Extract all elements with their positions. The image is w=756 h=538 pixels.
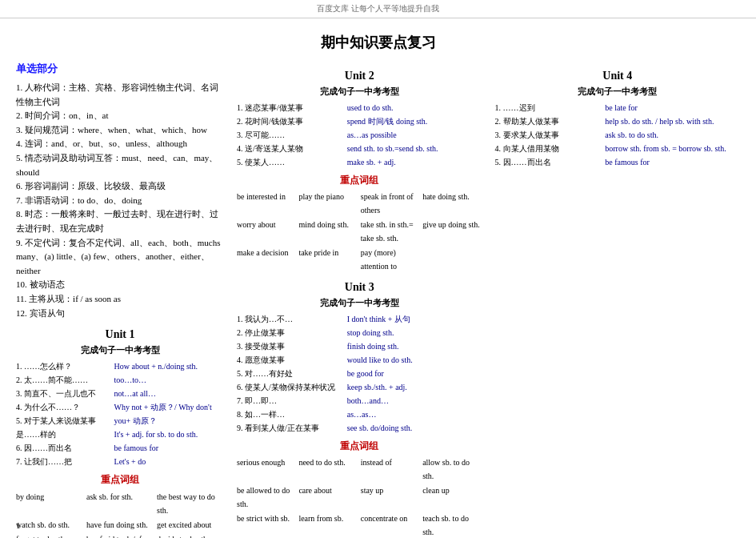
u3-cn-9: 9. 看到某人做/正在某事: [237, 421, 341, 435]
phrase: hate doing sth.: [422, 190, 482, 217]
list-item: 3. 疑问规范词：where、when、what、which、how: [16, 123, 224, 138]
list-item: 6. 形容词副词：原级、比较级、最高级: [16, 179, 224, 194]
u3-cn-5: 5. 对……有好处: [237, 367, 341, 380]
u4-pat-4: borrow sth. from sb. = borrow sb. sth.: [605, 142, 740, 155]
u3-cn-4: 4. 愿意做某事: [237, 353, 341, 367]
page-title: 期中知识要点复习: [16, 33, 740, 52]
list-item: 1. 人称代词：主格、宾格、形容词性物主代词、名词性物主代词: [16, 81, 224, 109]
unit3-sentences: 1. 我认为…不… 2. 停止做某事 3. 接受做某事 4. 愿意做某事 5. …: [237, 312, 482, 435]
u2-cn-1: 1. 迷恋某事/做某事: [237, 101, 341, 114]
unit1-cn-7: 7. 让我们……把: [16, 455, 108, 468]
u2-pat-4: send sth. to sb.=send sb. sth.: [347, 142, 482, 155]
unit4-subtitle: 完成句子一中考考型: [495, 86, 741, 98]
u2-cn-3: 3. 尽可能……: [237, 128, 341, 142]
list-item: 10. 被动语态: [16, 278, 224, 292]
unit1-title: Unit 1: [16, 328, 224, 341]
phrase: be interested in: [237, 190, 296, 217]
phrase: stay up: [361, 484, 420, 511]
phrase: need to do sth.: [298, 456, 358, 483]
phrase: worry about: [237, 218, 296, 245]
u2-pat-3: as…as possible: [347, 128, 482, 142]
list-item: 4. 连词：and、or、but、so、unless、although: [16, 137, 224, 151]
phrase: teach sb. to do sth.: [422, 512, 482, 538]
phrase: have fun doing sth.: [86, 518, 154, 532]
phrase: care about: [298, 484, 358, 511]
list-item: 11. 主将从现：if / as soon as: [16, 292, 224, 307]
u2-pat-5: make sb. + adj.: [347, 155, 482, 169]
unit2-phrases-grid: be interested in play the piano speak in…: [237, 190, 482, 273]
u4-cn-2: 2. 帮助某人做某事: [495, 114, 599, 128]
phrase: serious enough: [237, 456, 296, 483]
unit1-pat-5: It's + adj. for sb. to do sth.: [114, 428, 224, 441]
u3-pat-6: keep sb./sth. + adj.: [347, 380, 482, 394]
u3-pat-9: see sb. do/doing sth.: [347, 421, 482, 435]
unit2-keyphrases-title: 重点词组: [237, 174, 482, 187]
u4-pat-2: help sb. do sth. / help sb. with sth.: [605, 114, 740, 128]
section-title: 单选部分: [16, 62, 224, 76]
unit4-patterns: be late for help sb. do sth. / help sb. …: [605, 101, 740, 169]
left-column: 单选部分 1. 人称代词：主格、宾格、形容词性物主代词、名词性物主代词 2. 时…: [16, 62, 224, 538]
u4-cn-1: 1. ……迟到: [495, 101, 599, 114]
unit1-subtitle: 完成句子一中考考型: [16, 344, 224, 356]
unit3-patterns: I don't think + 从句 stop doing sth. finis…: [347, 312, 482, 435]
unit2-sentences-cn: 1. 迷恋某事/做某事 2. 花时间/钱做某事 3. 尽可能…… 4. 送/寄送…: [237, 101, 341, 169]
unit4-sentences-cn: 1. ……迟到 2. 帮助某人做某事 3. 要求某人做某事 4. 向某人借用某物…: [495, 101, 599, 169]
u3-pat-7: both…and…: [347, 394, 482, 408]
phrase: concentrate on: [361, 512, 420, 538]
u3-pat-5: be good for: [347, 367, 482, 380]
unit2-patterns: used to do sth. spend 时间/钱 doing sth. as…: [347, 101, 482, 169]
phrase: learn from sb.: [298, 512, 358, 538]
u4-pat-1: be late for: [605, 101, 740, 114]
u3-pat-2: stop doing sth.: [347, 326, 482, 339]
list-item: 7. 非谓语动词：to do、do、doing: [16, 194, 224, 208]
phrase: watch sb. do sth.: [16, 518, 83, 532]
u3-cn-7: 7. 即…即…: [237, 394, 341, 408]
unit1-phrases-grid: by doing ask sb. for sth. the best way t…: [16, 490, 224, 538]
unit1-cn-1: 1. ……怎么样？: [16, 359, 108, 373]
unit1-pat-3: not…at all…: [114, 387, 224, 400]
unit2-subtitle: 完成句子一中考考型: [237, 86, 482, 98]
phrase: be strict with sb.: [237, 512, 296, 538]
phrase: allow sb. to do sth.: [422, 456, 482, 483]
unit1-cn-4: 4. 为什么不……？: [16, 400, 108, 414]
unit4-sentences: 1. ……迟到 2. 帮助某人做某事 3. 要求某人做某事 4. 向某人借用某物…: [495, 101, 741, 169]
u4-pat-5: be famous for: [605, 155, 740, 169]
list-item: 5. 情态动词及助动词互答：must、need、can、may、should: [16, 151, 224, 179]
phrase: pay (more) attention to: [361, 246, 420, 273]
phrase: play the piano: [298, 190, 358, 217]
unit1-cn-2: 2. 太……简不能……: [16, 373, 108, 387]
unit1-sentences-cn: 1. ……怎么样？ 2. 太……简不能…… 3. 简直不、一点儿也不 4. 为什…: [16, 359, 108, 468]
u4-cn-4: 4. 向某人借用某物: [495, 142, 599, 155]
list-item: 12. 宾语从句: [16, 307, 224, 321]
phrase: take sth. in sth.= take sb. sth.: [361, 218, 420, 245]
u2-cn-2: 2. 花时间/钱做某事: [237, 114, 341, 128]
phrase: decide to do sth.: [157, 532, 224, 538]
unit1-pat-4: Why not + 动原？/ Why don't you+ 动原？: [114, 400, 224, 428]
phrase: make a decision: [237, 246, 296, 273]
unit1-pat-7: Let's + do: [114, 455, 224, 468]
phrase: by doing: [16, 490, 83, 517]
unit2-title: Unit 2: [237, 70, 482, 82]
u3-cn-8: 8. 如…一样…: [237, 408, 341, 421]
unit1-patterns: How about + n./doing sth. too…to… not…at…: [114, 359, 224, 468]
phrase: instead of: [361, 456, 420, 483]
u2-cn-4: 4. 送/寄送某人某物: [237, 142, 341, 155]
u2-pat-2: spend 时间/钱 doing sth.: [347, 114, 482, 128]
phrase: mind doing sth.: [298, 218, 358, 245]
unit3-phrases-grid: serious enough need to do sth. instead o…: [237, 456, 482, 538]
phrase: be allowed to do sth.: [237, 484, 296, 511]
list-item: 2. 时间介词：on、in、at: [16, 109, 224, 123]
unit1-cn-3: 3. 简直不、一点儿也不: [16, 387, 108, 400]
phrase: ask sb. for sth.: [86, 490, 154, 517]
u3-cn-1: 1. 我认为…不…: [237, 312, 341, 326]
unit1-pat-2: too…to…: [114, 373, 224, 387]
u4-pat-3: ask sb. to do sth.: [605, 128, 740, 142]
phrase: forget to do sth.: [16, 532, 83, 538]
phrase: get excited about: [157, 518, 224, 532]
phrase: be afraid to do/of doing: [86, 532, 154, 538]
unit3-keyphrases-title: 重点词组: [237, 440, 482, 453]
u4-cn-5: 5. 因……而出名: [495, 155, 599, 169]
u3-cn-2: 2. 停止做某事: [237, 326, 341, 339]
grammar-list: 1. 人称代词：主格、宾格、形容词性物主代词、名词性物主代词 2. 时间介词：o…: [16, 81, 224, 320]
u3-pat-3: finish doing sth.: [347, 339, 482, 353]
